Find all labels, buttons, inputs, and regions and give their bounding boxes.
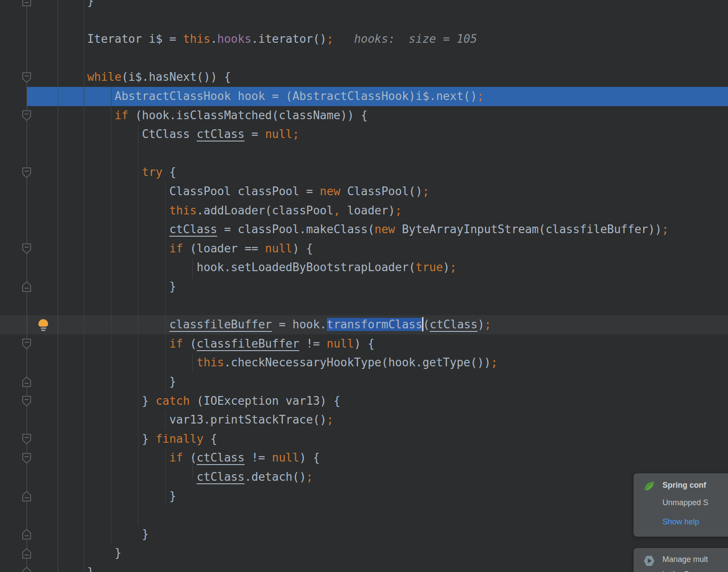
notification-manage-services[interactable]: Manage mult in the S [634, 548, 728, 572]
code-line[interactable]: classfileBuffer = hook.transformClass(ct… [0, 315, 728, 334]
gutter-border [58, 0, 58, 572]
code-line[interactable]: ctClass.detach(); [0, 468, 728, 487]
code-line[interactable]: CtClass ctClass = null; [0, 125, 728, 144]
keyword-token: ; [491, 356, 498, 369]
fold-marker-down-icon[interactable] [22, 434, 31, 445]
fold-marker-up-icon[interactable] [22, 529, 31, 540]
play-hexagon-icon [643, 555, 655, 567]
code-text: } [60, 372, 176, 392]
code-line[interactable]: while(i$.hasNext()) { [0, 68, 728, 87]
code-token [60, 70, 87, 83]
code-token: var13.printStackTrace() [60, 413, 326, 426]
keyword-token: ; [327, 32, 334, 45]
keyword-token: new [374, 223, 395, 236]
code-editor[interactable]: } Iterator i$ = this.hooks.iterator(); h… [0, 0, 728, 572]
code-text: ctClass.detach(); [60, 468, 313, 487]
variable-token: ctClass [430, 318, 478, 331]
code-token [60, 242, 169, 255]
code-line[interactable]: this.checkNecessaryHookType(hook.getType… [0, 353, 728, 372]
variable-token: ctClass [197, 470, 245, 483]
code-token: .checkNecessaryHookType(hook.getType()) [224, 356, 491, 369]
code-text: } [60, 487, 176, 506]
indent-guide [192, 459, 193, 479]
notification-spring-config[interactable]: Spring conf Unmapped S Show help [634, 473, 728, 537]
code-line[interactable]: try { [0, 163, 728, 182]
code-line[interactable]: Iterator i$ = this.hooks.iterator(); hoo… [0, 30, 728, 49]
fold-marker-up-icon[interactable] [22, 0, 31, 7]
code-line[interactable]: ClassPool classPool = new ClassPool(); [0, 182, 728, 201]
code-token: = classPool.makeClass( [217, 223, 374, 236]
code-text: while(i$.hasNext()) { [60, 68, 231, 87]
code-text: if (classfileBuffer != null) { [60, 334, 374, 354]
indent-guide [84, 0, 84, 572]
code-text: CtClass ctClass = null; [60, 125, 299, 144]
code-token: != [245, 451, 272, 464]
code-line[interactable]: } [0, 487, 728, 506]
code-text: try { [60, 163, 176, 182]
fold-marker-up-icon[interactable] [22, 548, 31, 559]
keyword-token: if [169, 242, 183, 255]
code-token: = hook. [272, 318, 326, 331]
code-token [60, 356, 197, 369]
intention-bulb-icon[interactable] [38, 319, 49, 331]
code-line[interactable]: } [0, 563, 728, 572]
variable-token: ctClass [197, 451, 245, 464]
code-token: .detach() [245, 470, 306, 483]
code-line[interactable]: ctClass = classPool.makeClass(new ByteAr… [0, 220, 728, 239]
code-text: if (hook.isClassMatched(className)) { [60, 106, 367, 125]
bulb-part [41, 330, 45, 331]
code-token [60, 470, 197, 483]
fold-marker-down-icon[interactable] [22, 453, 31, 464]
code-line[interactable]: } [0, 277, 728, 296]
code-token: } [60, 0, 94, 7]
code-line[interactable]: hook.setLoadedByBootstrapLoader(true); [0, 258, 728, 277]
code-line[interactable]: if (classfileBuffer != null) { [0, 334, 728, 354]
fold-marker-down-icon[interactable] [22, 338, 31, 349]
indent-guide [192, 354, 193, 373]
show-help-link[interactable]: Show help [662, 517, 699, 527]
code-token: ( [183, 451, 197, 464]
keyword-token: if [169, 337, 183, 350]
code-line[interactable]: if (ctClass != null) { [0, 448, 728, 468]
fold-marker-up-icon[interactable] [22, 491, 31, 502]
code-token: . [210, 32, 217, 45]
fold-marker-up-icon[interactable] [22, 376, 31, 387]
code-text: if (ctClass != null) { [60, 448, 320, 468]
code-line[interactable]: } [0, 0, 728, 11]
code-token: != [299, 337, 327, 350]
keyword-token: ; [395, 204, 402, 217]
keyword-token: try [142, 165, 163, 179]
code-text: hook.setLoadedByBootstrapLoader(true); [60, 258, 457, 277]
fold-marker-up-icon[interactable] [22, 281, 31, 292]
code-line[interactable]: } finally { [0, 430, 728, 449]
code-line[interactable]: } [0, 372, 728, 392]
code-token [60, 337, 169, 350]
code-text: ClassPool classPool = new ClassPool(); [60, 182, 429, 201]
selected-word: transformClass [327, 318, 423, 331]
keyword-token: ; [662, 223, 669, 236]
code-line[interactable]: AbstractClassHook hook = (AbstractClassH… [0, 87, 728, 106]
code-token: = [245, 127, 265, 141]
code-token: } [60, 527, 149, 541]
code-token: (i$.hasNext()) { [121, 70, 231, 83]
fold-marker-down-icon[interactable] [22, 167, 31, 178]
fold-marker-down-icon[interactable] [22, 396, 31, 407]
code-token [60, 318, 169, 331]
code-token: (loader == [183, 242, 265, 255]
code-line[interactable]: } catch (IOException var13) { [0, 392, 728, 411]
code-line[interactable]: var13.printStackTrace(); [0, 410, 728, 430]
fold-marker-down-icon[interactable] [22, 72, 31, 83]
code-token [60, 109, 114, 122]
keyword-token: catch [156, 394, 190, 407]
code-line[interactable]: if (loader == null) { [0, 239, 728, 258]
code-line[interactable]: } [0, 525, 728, 544]
fold-marker-down-icon[interactable] [22, 110, 31, 121]
text-caret [422, 317, 423, 331]
code-line[interactable]: } [0, 544, 728, 563]
code-line[interactable]: if (hook.isClassMatched(className)) { [0, 106, 728, 125]
code-line[interactable]: this.addLoader(classPool, loader); [0, 201, 728, 221]
indent-guide [165, 448, 166, 506]
keyword-token: new [320, 185, 340, 198]
fold-marker-up-icon[interactable] [22, 567, 31, 572]
fold-marker-down-icon[interactable] [22, 243, 31, 254]
